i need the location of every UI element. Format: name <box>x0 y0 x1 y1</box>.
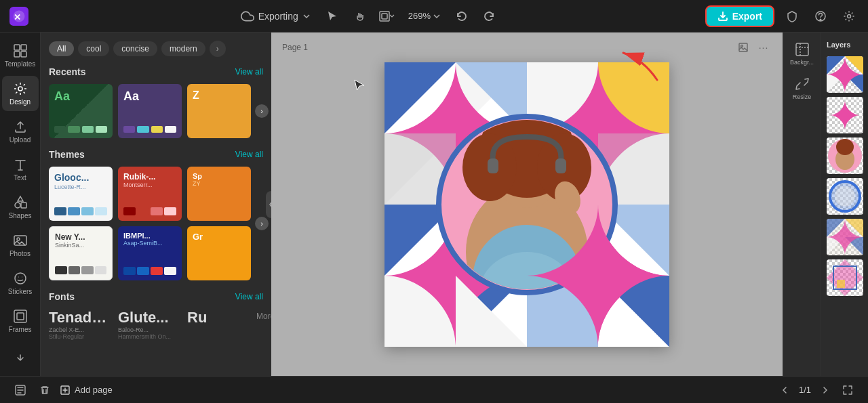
sidebar-item-upload[interactable]: Upload <box>2 114 39 149</box>
theme-item-2[interactable]: Rubik-... Montserr... <box>118 167 182 221</box>
help-icon-button[interactable] <box>810 5 831 27</box>
recent-item-2[interactable]: Aa <box>118 84 182 138</box>
background-button[interactable]: Backgr... <box>787 38 818 70</box>
swatch-2 <box>68 126 79 133</box>
theme-item-6[interactable]: Gr <box>187 226 251 280</box>
svg-point-16 <box>15 273 26 284</box>
font-item-3[interactable]: Ru <box>187 309 251 326</box>
recent-item-1[interactable]: Aa <box>49 84 113 138</box>
sidebar-item-templates-label: Templates <box>5 60 36 68</box>
delete-page-button[interactable] <box>35 381 54 400</box>
undo-button[interactable] <box>451 5 473 27</box>
hand-tool-button[interactable] <box>349 5 370 27</box>
sidebar-item-photos[interactable]: Photos <box>2 228 39 263</box>
sidebar-item-shapes[interactable]: Shapes <box>2 190 39 225</box>
font-item-2[interactable]: Glute... Baloo-Re... Hammersmith On... <box>118 309 182 340</box>
sidebar-item-stickers[interactable]: Stickers <box>2 266 39 301</box>
next-page-button[interactable] <box>816 382 833 398</box>
exporting-button[interactable]: Exporting <box>235 7 316 26</box>
canvas-frame[interactable] <box>384 62 669 347</box>
font-2-name: Glute... <box>118 309 182 326</box>
font-item-1[interactable]: Tenada-... Zacbel X-E... Stilu-Regular <box>49 309 113 340</box>
layer-thumb-6[interactable] <box>827 259 863 296</box>
theme-3-sub: ZY <box>193 180 245 187</box>
sidebar-item-frames[interactable]: Frames <box>2 303 39 339</box>
swatch-1 <box>54 126 66 133</box>
svg-rect-8 <box>21 45 26 50</box>
recents-view-all[interactable]: View all <box>235 67 263 77</box>
tag-concise[interactable]: concise <box>113 41 157 56</box>
svg-point-5 <box>820 19 821 20</box>
add-page-button[interactable]: Add page <box>60 385 113 396</box>
fonts-section-header: Fonts View all <box>49 291 263 302</box>
theme-item-3[interactable]: Sp ZY <box>187 167 251 221</box>
theme-item-1[interactable]: Glooc... Lucette-R... <box>49 167 113 221</box>
sidebar-item-design[interactable]: Design <box>2 76 39 111</box>
theme-3-title: Sp <box>193 172 245 180</box>
select-tool-button[interactable] <box>321 5 343 27</box>
svg-point-15 <box>17 238 20 240</box>
page-settings-button[interactable] <box>11 381 30 400</box>
resize-button[interactable]: Resize <box>787 72 818 104</box>
svg-rect-2 <box>380 12 389 21</box>
recents-next-button[interactable]: › <box>255 104 269 118</box>
prev-page-button[interactable] <box>777 382 793 398</box>
theme-item-5[interactable]: IBMPl... Asap-SemiB... <box>118 226 182 280</box>
sidebar-item-text[interactable]: Text <box>2 152 39 187</box>
shield-icon-button[interactable] <box>781 5 803 27</box>
layer-thumb-2[interactable] <box>827 97 863 133</box>
topbar: ✕ Exporting 269% <box>0 0 868 33</box>
fit-page-button[interactable] <box>838 381 857 400</box>
themes-next-button[interactable]: › <box>255 217 269 230</box>
svg-rect-7 <box>14 45 20 50</box>
font-1-sub: Zacbel X-E... <box>49 326 113 333</box>
bottom-bar: Add page 1/1 <box>0 376 868 403</box>
theme-4-title: New Y... <box>55 232 106 242</box>
layer-thumb-1[interactable] <box>827 56 863 93</box>
layer-thumb-5[interactable] <box>827 219 863 255</box>
logo[interactable]: ✕ <box>8 5 30 27</box>
zoom-button[interactable]: 269% <box>403 8 446 24</box>
settings-icon-button[interactable] <box>838 5 860 27</box>
tag-more-button[interactable]: › <box>210 41 226 57</box>
fonts-view-all[interactable]: View all <box>235 292 263 301</box>
arrow-annotation <box>610 46 664 89</box>
page-image-button[interactable] <box>735 39 751 56</box>
page-more-button[interactable]: ··· <box>755 39 772 56</box>
tag-modern[interactable]: modern <box>161 41 205 56</box>
theme-6-title: Gr <box>193 232 245 242</box>
sidebar-item-shapes-label: Shapes <box>9 212 32 219</box>
export-button[interactable]: Export <box>705 5 774 27</box>
add-page-label: Add page <box>75 385 113 395</box>
sidebar-item-templates[interactable]: Templates <box>2 38 39 73</box>
tag-filters: All cool concise modern › <box>49 41 263 57</box>
frame-tool-button[interactable] <box>376 5 397 27</box>
swatch-8 <box>165 126 176 133</box>
recents-grid: Aa Aa Z › <box>49 84 263 138</box>
left-sidebar: Templates Design Upload Text <box>0 33 41 376</box>
swatch-7 <box>151 126 163 133</box>
layers-panel: Layers <box>821 33 868 376</box>
svg-rect-10 <box>21 51 26 57</box>
sidebar-item-upload-label: Upload <box>9 136 31 144</box>
sidebar-expand-btn[interactable] <box>2 345 39 370</box>
swatch-3 <box>82 126 94 133</box>
panel-collapse-button[interactable] <box>266 191 271 218</box>
sidebar-item-text-label: Text <box>14 174 26 182</box>
page-header: Page 1 ··· <box>271 39 783 56</box>
tag-cool[interactable]: cool <box>78 41 109 56</box>
tag-all[interactable]: All <box>49 41 74 56</box>
redo-button[interactable] <box>478 5 500 27</box>
fonts-list: Tenada-... Zacbel X-E... Stilu-Regular G… <box>49 309 263 340</box>
layer-thumb-3[interactable] <box>827 137 863 174</box>
theme-item-4[interactable]: New Y... SinkinSa... <box>49 226 113 280</box>
layer-thumb-4[interactable] <box>827 178 863 215</box>
themes-view-all[interactable]: View all <box>235 150 263 159</box>
export-label: Export <box>732 11 762 22</box>
font-3-name: Ru <box>187 309 251 326</box>
recent-item-3[interactable]: Z <box>187 84 251 138</box>
svg-point-65 <box>835 186 855 207</box>
sidebar-item-frames-label: Frames <box>9 326 32 333</box>
fonts-more-button[interactable]: More <box>256 309 271 321</box>
layers-title: Layers <box>821 38 868 54</box>
